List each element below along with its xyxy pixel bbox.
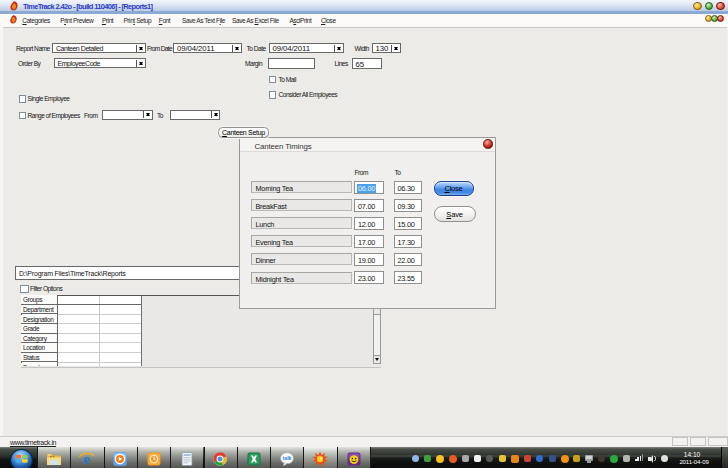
- svg-text:talk: talk: [283, 455, 292, 461]
